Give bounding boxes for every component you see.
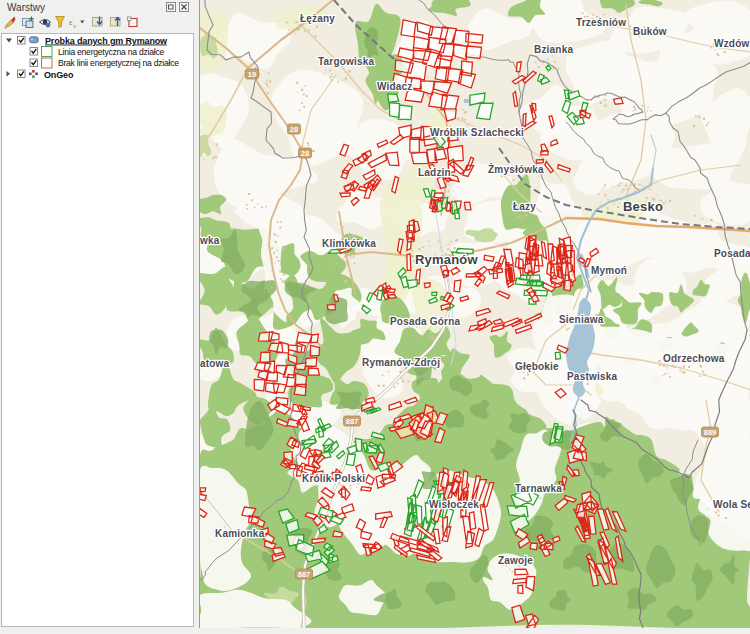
svg-text:28: 28 — [301, 149, 309, 158]
svg-text:Posada Górna: Posada Górna — [390, 316, 460, 327]
svg-text:Bzianka: Bzianka — [534, 44, 573, 55]
svg-text:Posada: Posada — [714, 248, 750, 259]
svg-text:Wisłoczek: Wisłoczek — [429, 499, 479, 510]
svg-text:ε: ε — [69, 17, 73, 27]
svg-text:Pastwiska: Pastwiska — [567, 371, 617, 382]
svg-text:Mymoń: Mymoń — [591, 265, 627, 276]
svg-text:Wróblik Szlachecki: Wróblik Szlachecki — [430, 127, 524, 138]
svg-text:Żmysłówka: Żmysłówka — [488, 163, 544, 175]
svg-text:28: 28 — [290, 125, 298, 134]
svg-text:Rymanów: Rymanów — [415, 252, 478, 267]
svg-text:19: 19 — [248, 70, 256, 79]
svg-text:Trześniów: Trześniów — [576, 17, 626, 28]
svg-text:Wzdów: Wzdów — [714, 38, 749, 49]
svg-text:887: 887 — [298, 570, 311, 579]
svg-text:Targowiska: Targowiska — [318, 56, 375, 67]
svg-text:Kamionka: Kamionka — [215, 528, 265, 539]
svg-text:Rymanów-Zdrój: Rymanów-Zdrój — [362, 357, 440, 368]
svg-text:Widacz: Widacz — [377, 81, 413, 92]
svg-text:wka: wka — [200, 235, 220, 246]
svg-text:Probka danych gm Rymanow: Probka danych gm Rymanow — [45, 36, 168, 46]
svg-text:Buków: Buków — [633, 26, 667, 37]
svg-text:Odrzechowa: Odrzechowa — [663, 353, 725, 364]
svg-text:Besko: Besko — [623, 199, 663, 214]
svg-text:Brak linii energetycznej na dz: Brak linii energetycznej na działce — [58, 58, 179, 68]
svg-text:Łężany: Łężany — [300, 13, 335, 24]
svg-text:Klimkówka: Klimkówka — [322, 238, 376, 249]
svg-text:Tarnawka: Tarnawka — [515, 483, 562, 494]
svg-text:Głębokie: Głębokie — [515, 361, 559, 372]
svg-text:887: 887 — [346, 417, 359, 426]
svg-text:Linia energetyczna na działce: Linia energetyczna na działce — [58, 47, 164, 57]
svg-text:atowa: atowa — [200, 358, 230, 369]
svg-text:Wola Sę: Wola Sę — [713, 499, 750, 510]
svg-text:Łazy: Łazy — [513, 201, 536, 212]
svg-text:889: 889 — [704, 428, 717, 437]
svg-text:Sieniawa: Sieniawa — [559, 314, 604, 325]
svg-text:ε: ε — [74, 23, 77, 29]
svg-text:Zawoje: Zawoje — [498, 555, 533, 566]
svg-text:Ladzin: Ladzin — [418, 167, 451, 178]
svg-text:OnGeo: OnGeo — [44, 70, 74, 80]
svg-text:Królik Polski: Królik Polski — [302, 473, 365, 484]
